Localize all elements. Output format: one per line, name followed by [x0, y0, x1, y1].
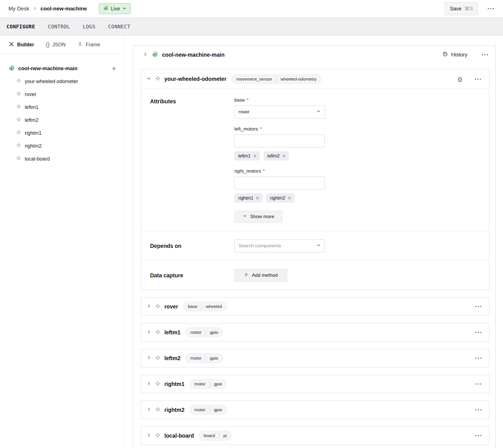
history-icon: [442, 51, 448, 58]
breadcrumb: My Desk cool-new-machine: [8, 6, 87, 12]
sidebar-item-leftm1[interactable]: leftm1: [8, 101, 116, 114]
left-motors-chips: leftm1 leftm2: [234, 151, 325, 161]
remove-chip-icon[interactable]: [282, 154, 286, 158]
sidebar-item-rightm1[interactable]: rightm1: [8, 127, 116, 140]
tab-bar: CONFIGURE CONTROL LOGS CONNECT: [0, 17, 503, 36]
live-label: Live: [111, 6, 120, 12]
base-select-value: rover: [239, 109, 316, 115]
badge-type: motor: [190, 330, 201, 335]
breadcrumb-parent-link[interactable]: My Desk: [8, 6, 29, 12]
part-overflow-menu-button[interactable]: [481, 52, 489, 57]
component-type-badge: base wheeled: [183, 302, 227, 311]
add-method-button[interactable]: Add method: [234, 269, 287, 282]
chevron-down-icon: [123, 6, 126, 12]
tab-logs[interactable]: LOGS: [83, 24, 95, 29]
chevron-down-icon: [243, 214, 247, 220]
depends-on-form: Search components: [234, 239, 325, 252]
right-motors-input[interactable]: [234, 177, 325, 189]
left-motors-input[interactable]: [234, 134, 325, 147]
expand-chevron-icon[interactable]: [143, 52, 148, 58]
badge-type: base: [188, 304, 198, 309]
card-title: rover: [164, 303, 178, 310]
sidebar-item-rover[interactable]: rover: [8, 88, 116, 101]
expand-chevron-icon[interactable]: [147, 433, 151, 438]
card-title: rightm1: [164, 381, 185, 387]
tree-item-label: local-board: [25, 156, 50, 162]
history-button[interactable]: History: [442, 51, 467, 58]
mode-builder[interactable]: Builder: [8, 41, 34, 49]
badge-model: gpio: [210, 356, 218, 361]
expand-chevron-icon[interactable]: [147, 355, 151, 361]
tree-root-machine-part[interactable]: cool-new-machine-main: [8, 62, 116, 75]
badge-model: gpio: [214, 381, 222, 387]
mode-json-label: JSON: [53, 42, 66, 48]
add-component-button[interactable]: [112, 66, 116, 71]
card-overflow-menu-button[interactable]: [474, 356, 483, 361]
sidebar-item-local-board[interactable]: local-board: [8, 152, 116, 165]
tab-control[interactable]: CONTROL: [48, 24, 70, 29]
diamond-icon: [155, 76, 161, 83]
mode-json[interactable]: {} JSON: [46, 42, 65, 48]
chip-label: leftm1: [238, 154, 251, 159]
remove-chip-icon[interactable]: [256, 196, 259, 200]
diamond-icon: [16, 104, 21, 111]
component-type-badge: board pi: [199, 431, 232, 440]
diamond-icon: [155, 355, 161, 362]
app-root: My Desk cool-new-machine Live Save ⌘S CO…: [0, 0, 503, 448]
card-overflow-menu-button[interactable]: [474, 304, 483, 309]
tree-item-label: rightm1: [25, 130, 42, 136]
component-type-badge: movement_sensor wheeled-odometry: [232, 74, 321, 84]
field-label-text: right_motors: [234, 168, 261, 174]
main-content: cool-new-machine-main History: [124, 36, 503, 448]
depends-on-select[interactable]: Search components: [234, 239, 325, 252]
card-title: local-board: [164, 433, 194, 439]
expand-chevron-icon[interactable]: [147, 330, 151, 335]
card-overflow-menu-button[interactable]: [474, 407, 483, 412]
sidebar-item-leftm2[interactable]: leftm2: [8, 114, 116, 127]
expand-chevron-icon[interactable]: [147, 407, 151, 413]
badge-type: movement_sensor: [236, 77, 272, 82]
attributes-form: base * rover: [234, 97, 325, 223]
live-status-dropdown[interactable]: Live: [99, 3, 131, 14]
tab-configure[interactable]: CONFIGURE: [6, 24, 35, 29]
expand-chevron-icon[interactable]: [147, 304, 151, 309]
odometer-overflow-menu-button[interactable]: [473, 77, 482, 82]
badge-type: motor: [194, 381, 206, 387]
component-card-rightm2: rightm2 motor gpio: [141, 401, 489, 419]
card-overflow-menu-button[interactable]: [474, 433, 483, 438]
chip-rightm2: rightm2: [266, 193, 294, 203]
tab-connect[interactable]: CONNECT: [108, 24, 130, 29]
card-overflow-menu-button[interactable]: [474, 381, 483, 387]
chip-label: leftm2: [268, 154, 280, 159]
left-motors-field: left_motors * leftm1: [234, 126, 325, 161]
chip-rightm1: rightm1: [234, 193, 262, 203]
header-overflow-menu-button[interactable]: [486, 6, 495, 11]
component-tree: cool-new-machine-main your-wheeled-odome…: [0, 54, 124, 165]
view-json-button[interactable]: {}: [458, 76, 462, 82]
remove-chip-icon[interactable]: [288, 196, 291, 200]
sidebar-item-your-wheeled-odometer[interactable]: your-wheeled-odometer: [8, 75, 116, 88]
component-type-badge: motor gpio: [190, 379, 227, 389]
base-field: base * rover: [234, 97, 325, 118]
diamond-icon: [16, 78, 21, 85]
save-button[interactable]: Save ⌘S: [445, 2, 478, 15]
chip-leftm1: leftm1: [234, 151, 260, 161]
sidebar-item-rightm2[interactable]: rightm2: [8, 140, 116, 152]
odometer-card-header: your-wheeled-odometer movement_sensor wh…: [141, 69, 489, 89]
tree-item-label: rightm2: [25, 143, 42, 149]
remove-chip-icon[interactable]: [253, 154, 257, 158]
show-more-button[interactable]: Show more: [234, 211, 283, 223]
left-motors-field-label: left_motors *: [234, 126, 325, 132]
collapse-chevron-icon[interactable]: [147, 76, 151, 82]
base-select[interactable]: rover: [234, 106, 325, 118]
mode-frame[interactable]: Frame: [77, 41, 100, 48]
card-overflow-menu-button[interactable]: [474, 330, 483, 335]
chevron-down-icon: [316, 243, 321, 249]
badge-model: wheeled-odometry: [281, 77, 317, 82]
badge-divider-icon: [204, 328, 207, 337]
badge-type: motor: [190, 356, 201, 361]
expand-chevron-icon[interactable]: [147, 381, 151, 387]
badge-type: board: [204, 433, 215, 438]
broadcast-icon: [8, 65, 15, 72]
component-card-stack: your-wheeled-odometer movement_sensor wh…: [141, 69, 489, 448]
